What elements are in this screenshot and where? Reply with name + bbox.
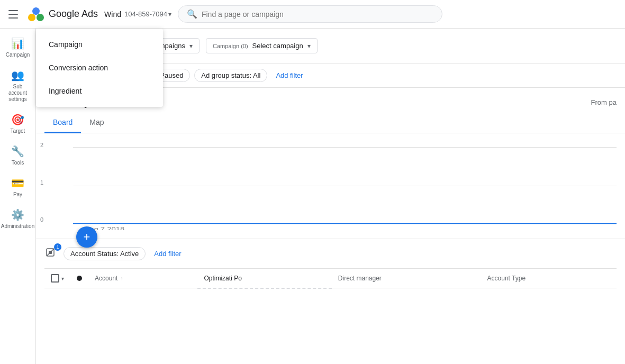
table-header-direct-manager: Direct manager: [332, 269, 481, 288]
sidebar-item-tools-label: Tools: [12, 160, 24, 166]
from-page-label: From pa: [591, 98, 617, 106]
sidebar-item-campaign[interactable]: 📊 Campaign: [2, 33, 34, 62]
bottom-section: 1 Account Status: Active Add filter ▾: [36, 239, 625, 295]
ad-group-status-filter-chip[interactable]: Ad group status: All: [194, 69, 267, 82]
sidebar-item-target[interactable]: 🎯 Target: [2, 109, 34, 139]
tools-icon: 🔧: [11, 145, 24, 158]
checkbox-chevron-icon[interactable]: ▾: [61, 276, 64, 281]
chart-area: 2 1 0 thg 7 2018: [36, 133, 625, 239]
y-label-0: 0: [40, 216, 43, 223]
bottom-filters: 1 Account Status: Active Add filter: [44, 245, 617, 262]
table-header-account-type: Account Type: [481, 269, 617, 288]
campaign-filter-label: Campaign (0): [213, 43, 248, 49]
search-input[interactable]: [202, 10, 433, 19]
table-header: ▾ Account ↑ Optimizati Po: [44, 269, 617, 288]
y-label-2: 2: [40, 142, 43, 148]
chart-y-labels: 2 1 0: [40, 142, 43, 223]
table-header-dot: [70, 269, 88, 288]
target-icon: 🎯: [11, 113, 24, 126]
campaign-filter-dropdown[interactable]: Campaign (0) Select campaign ▾: [206, 38, 318, 53]
fab-icon: +: [84, 230, 90, 244]
main-layout: 📊 Campaign 👥 Sub account settings 🎯 Targ…: [0, 29, 625, 364]
sidebar-item-campaign-label: Campaign: [6, 52, 30, 58]
app-header: Google Ads Wind 104-859-7094 ▾ 🔍: [0, 0, 625, 29]
account-info: Wind 104-859-7094 ▾: [104, 10, 171, 19]
sidebar-item-pay-label: Pay: [13, 192, 22, 198]
dot-indicator: [77, 276, 82, 281]
pay-icon: 💳: [11, 177, 24, 189]
search-icon: 🔍: [187, 9, 197, 19]
fab-button[interactable]: +: [76, 226, 97, 248]
tab-board[interactable]: Board: [44, 113, 81, 133]
account-type-col-label: Account Type: [487, 275, 526, 282]
account-status-filter-label: Account Status: Active: [70, 250, 139, 258]
select-all-checkbox[interactable]: [51, 274, 59, 283]
view-filter-chevron: ▾: [189, 42, 193, 50]
account-name: Wind: [104, 10, 121, 19]
checkbox-area: ▾: [51, 274, 64, 283]
chart-svg: thg 7 2018: [44, 142, 617, 230]
table-header-checkbox: ▾: [44, 269, 70, 288]
direct-manager-col-label: Direct manager: [338, 275, 382, 282]
logo-text: Google Ads: [49, 8, 98, 20]
admin-icon: ⚙️: [11, 208, 24, 221]
svg-line-9: [47, 249, 54, 256]
optimization-col-label: Optimizati Po: [204, 275, 241, 282]
dropdown-item-ingredient[interactable]: Ingredient: [36, 79, 163, 103]
accounts-table: ▾ Account ↑ Optimizati Po: [44, 268, 617, 289]
account-number: 104-859-7094: [124, 10, 167, 18]
google-ads-logo-icon: [28, 6, 44, 23]
menu-button[interactable]: [8, 8, 21, 21]
sub-account-icon: 👥: [11, 69, 24, 81]
sidebar-item-sub-account[interactable]: 👥 Sub account settings: [2, 65, 34, 107]
dropdown-item-campaign[interactable]: Campaign: [36, 33, 163, 56]
account-chevron-icon[interactable]: ▾: [168, 11, 171, 18]
account-col-label: Account: [95, 275, 117, 282]
svg-point-0: [28, 14, 35, 21]
notification-badge: 1: [54, 243, 61, 251]
add-filter-button[interactable]: Add filter: [271, 69, 307, 81]
dropdown-menu: Campaign Conversion action Ingredient: [36, 29, 163, 107]
tabs: Board Map: [36, 113, 625, 133]
ad-group-status-filter-label: Ad group status: All: [201, 71, 260, 79]
campaign-icon: 📊: [11, 37, 24, 50]
notification-icon[interactable]: 1: [44, 245, 59, 262]
sidebar-item-tools[interactable]: 🔧 Tools: [2, 141, 34, 170]
sidebar: 📊 Campaign 👥 Sub account settings 🎯 Targ…: [0, 29, 36, 364]
search-bar[interactable]: 🔍: [178, 5, 442, 23]
sidebar-item-administration[interactable]: ⚙️ Administration: [2, 204, 34, 234]
sidebar-item-pay[interactable]: 💳 Pay: [2, 172, 34, 202]
sidebar-item-target-label: Target: [11, 128, 25, 134]
y-label-1: 1: [40, 179, 43, 186]
table-header-optimization: Optimizati Po: [197, 269, 331, 288]
app-logo: Google Ads: [28, 6, 98, 23]
campaign-filter-chevron: ▾: [307, 42, 311, 50]
dropdown-item-conversion-action[interactable]: Conversion action: [36, 56, 163, 79]
svg-point-1: [37, 14, 44, 21]
bottom-add-filter-button[interactable]: Add filter: [150, 248, 185, 260]
account-status-filter-chip[interactable]: Account Status: Active: [64, 247, 146, 260]
sidebar-item-sub-account-label: Sub account settings: [4, 84, 32, 103]
account-sort-icon[interactable]: ↑: [121, 276, 123, 281]
tab-map[interactable]: Map: [81, 113, 112, 133]
select-campaign-label: Select campaign: [252, 42, 303, 50]
sidebar-item-admin-label: Administration: [1, 223, 34, 230]
table-header-account: Account ↑: [88, 269, 197, 288]
